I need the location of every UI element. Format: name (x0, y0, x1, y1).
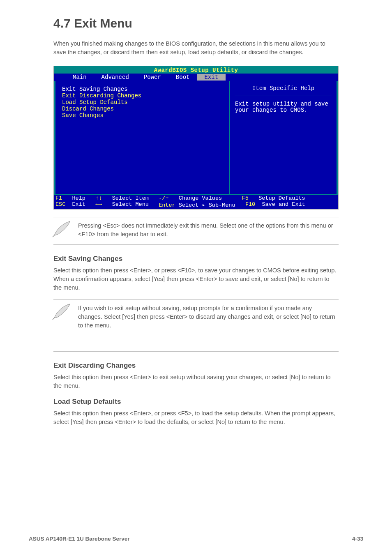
bios-help-text: Exit setup utility and save your changes… (235, 101, 332, 114)
note-block-2: If you wish to exit setup without saving… (53, 299, 339, 352)
bios-legend-bar: F1 Help ↑↓ Select Item -/+ Change Values… (54, 194, 338, 209)
bios-item-discard-changes[interactable]: Discard Changes (62, 106, 223, 112)
bios-title-bar: AwardBIOS Setup Utility (54, 66, 338, 74)
legend-key: ↑↓ (95, 195, 102, 201)
legend-label: Save and Exit (262, 201, 305, 207)
footer-page-number: 4-33 (352, 536, 363, 542)
bios-tab-power[interactable]: Power (136, 74, 168, 81)
bios-tab-exit[interactable]: Exit (197, 74, 226, 81)
legend-label: Select Menu (112, 201, 149, 207)
svg-line-1 (53, 318, 54, 320)
bios-screenshot: AwardBIOS Setup Utility Main Advanced Po… (53, 66, 339, 210)
bios-item-load-defaults[interactable]: Load Setup Defaults (62, 99, 223, 106)
note-block-1: Pressing <Esc> does not immediately exit… (53, 217, 339, 245)
legend-key: F10 (245, 201, 255, 207)
svg-line-0 (53, 235, 54, 237)
bios-tab-main[interactable]: Main (65, 74, 94, 81)
legend-label: Change Values (179, 195, 222, 201)
section-exit-discarding-label: Exit Discarding Changes (53, 362, 339, 370)
section-load-defaults-label: Load Setup Defaults (53, 398, 339, 406)
legend-label: Help (72, 195, 85, 201)
legend-key: Enter (159, 202, 175, 208)
legend-key: ESC (55, 201, 65, 207)
bios-item-exit-saving[interactable]: Exit Saving Changes (62, 86, 223, 92)
note-text-2: If you wish to exit setup without saving… (78, 304, 339, 330)
bios-menu-items: Exit Saving Changes Exit Discarding Chan… (54, 81, 230, 194)
footer-product: ASUS AP140R-E1 1U Barebone Server (29, 536, 130, 542)
legend-key: ←→ (95, 201, 102, 207)
intro-paragraph: When you finished making changes to the … (53, 39, 339, 57)
bios-tab-advanced[interactable]: Advanced (94, 74, 136, 81)
bios-help-title: Item Specific Help (235, 85, 332, 95)
bios-tab-boot[interactable]: Boot (168, 74, 197, 81)
note-text-1: Pressing <Esc> does not immediately exit… (78, 221, 339, 239)
legend-label: Select ▸ Sub-Menu (179, 202, 235, 208)
section-load-defaults-body: Select this option then press <Enter>, o… (53, 409, 339, 426)
quill-icon (53, 221, 78, 239)
bios-item-save-changes[interactable]: Save Changes (62, 112, 223, 119)
bios-tab-bar: Main Advanced Power Boot Exit (54, 74, 338, 81)
legend-label: Select Item (112, 195, 149, 201)
legend-label: Exit (72, 201, 85, 207)
bios-item-exit-discarding[interactable]: Exit Discarding Changes (62, 92, 223, 99)
section-exit-discarding-body: Select this option then press <Enter> to… (53, 373, 339, 390)
bios-help-panel: Item Specific Help Exit setup utility an… (230, 81, 338, 194)
section-exit-saving-body: Select this option then press <Enter>, o… (53, 266, 339, 292)
legend-key: F1 (55, 195, 62, 201)
legend-key: F5 (242, 195, 249, 201)
section-exit-saving-label: Exit Saving Changes (53, 255, 339, 263)
page-heading: 4.7 Exit Menu (53, 16, 363, 30)
legend-label: Setup Defaults (258, 195, 305, 201)
legend-key: -/+ (159, 195, 168, 201)
page-footer: ASUS AP140R-E1 1U Barebone Server 4-33 (29, 536, 363, 542)
quill-icon (53, 304, 78, 330)
